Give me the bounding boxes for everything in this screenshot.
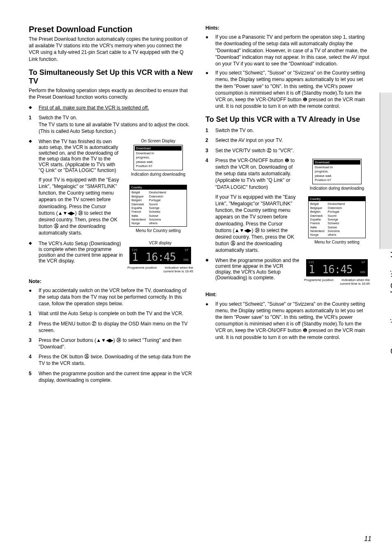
hint-2-text: If you select "Schweiz", "Suisse" or "Sv… bbox=[215, 70, 370, 109]
vcr-display-caption: VCR display bbox=[127, 241, 193, 245]
time-indication-label: Indication when the current time is 16:4… bbox=[160, 266, 193, 273]
r-step-4-block: Download Download in progress, please wa… bbox=[205, 157, 370, 254]
lcd-time: 16:45 bbox=[145, 252, 175, 262]
lcd-display: CVC SP 1 16:45 VHS bbox=[129, 247, 191, 264]
side-tab-bg bbox=[380, 93, 392, 249]
lcd-vhs: VHS bbox=[183, 258, 189, 262]
left-column: Preset Download Function The Preset Down… bbox=[29, 25, 193, 383]
country-title: Country bbox=[309, 197, 365, 201]
note-heading: Note: bbox=[29, 278, 193, 285]
hint-1: ●If you use a Panasonic TV and perform t… bbox=[205, 34, 370, 67]
r-osd-block: Download Download in progress, please wa… bbox=[304, 157, 370, 244]
bullet-icon: ● bbox=[205, 70, 215, 109]
precondition: ◆ First of all, make sure that the VCR i… bbox=[29, 104, 193, 111]
download-osd-box: Download Download in progress, please wa… bbox=[134, 145, 183, 171]
setup-instruction: Perform the following operation steps ex… bbox=[29, 87, 193, 100]
osd-caption-top: On Screen Display bbox=[123, 139, 193, 143]
lcd-sp: SP bbox=[362, 261, 365, 264]
step-1-line3: (This is called Auto Setup function.) bbox=[39, 128, 116, 134]
hint-single: ●If you select "Schweiz", "Suisse" or "S… bbox=[205, 301, 370, 341]
diamond-icon: ◆ bbox=[29, 104, 39, 111]
precondition-text: First of all, make sure that the VCR is … bbox=[39, 104, 149, 111]
country-caption: Menu for Country setting bbox=[123, 228, 193, 233]
bullet-icon: ● bbox=[205, 301, 215, 341]
bullet-icon: ● bbox=[205, 34, 215, 67]
two-column-layout: Preset Download Function The Preset Down… bbox=[29, 25, 371, 383]
country-right-list: Deutschland Österreich Portugal Suomi Sv… bbox=[326, 201, 347, 237]
note-step-3: 3Press the Cursor buttons (▲▼◀▶) ㉞ to se… bbox=[29, 337, 193, 350]
diamond-icon: ◆ bbox=[29, 139, 39, 173]
country-title: Country bbox=[130, 185, 187, 190]
step-1-line2: The TV starts to tune all available TV s… bbox=[39, 122, 189, 128]
download-osd-box: Download Download in progress, please wa… bbox=[312, 159, 362, 185]
vcr-display-block: VCR display CVC SP 1 16:45 VHS Pr bbox=[127, 241, 193, 273]
note-step-4: 4Press the OK button ㊱ twice. Downloadin… bbox=[29, 353, 193, 367]
lcd-sp: SP bbox=[185, 248, 189, 252]
lcd-position: 1 bbox=[132, 252, 138, 262]
lcd-position: 1 bbox=[309, 264, 315, 275]
osd-title: Download bbox=[135, 146, 182, 151]
hint-single-text: If you select "Schweiz", "Suisse" or "Sv… bbox=[215, 301, 370, 341]
country-menu-box: Country België Belgique Belgien Danmark … bbox=[308, 196, 366, 238]
lcd-time: 16:45 bbox=[322, 264, 352, 275]
programme-position-label: Programme position bbox=[127, 266, 157, 273]
r-country-caption: Menu for Country setting bbox=[304, 240, 370, 244]
diamond-icon: ◆ bbox=[29, 241, 39, 264]
page: Connecting and Setting Up Preset Downloa… bbox=[0, 0, 392, 555]
diamond-3-text: The VCR's Auto Setup (Downloading) is co… bbox=[39, 241, 123, 264]
r-step-2: 2Select the AV input on your TV. bbox=[205, 137, 370, 144]
note-bullet: ● If you accidentally switch on the VCR … bbox=[29, 287, 193, 307]
note-step-1: 1Wait until the Auto Setup is complete o… bbox=[29, 310, 193, 317]
diamond-2a-text: When the TV has finished its own auto se… bbox=[39, 139, 119, 173]
diamond-icon: ◆ bbox=[205, 258, 215, 281]
bullet-icon: ● bbox=[29, 287, 39, 307]
page-number: 11 bbox=[364, 535, 371, 543]
hint-2: ●If you select "Schweiz", "Suisse" or "S… bbox=[205, 70, 370, 109]
r-step-4-text: Press the VCR-ON/OFF button ❶ to switch … bbox=[215, 157, 300, 190]
r-step-3: 3Set the VCR/TV switch ㉜ to "VCR". bbox=[205, 147, 370, 154]
note-text: If you accidentally switch on the VCR be… bbox=[39, 287, 193, 307]
step-number: 1 bbox=[29, 114, 39, 135]
side-tab-text: Connecting and Setting Up bbox=[389, 247, 392, 355]
hints-heading: Hints: bbox=[205, 25, 370, 31]
hint-heading-single: Hint: bbox=[205, 291, 370, 298]
lcd-display: CVC SP 1 16:45 VHS bbox=[306, 259, 368, 276]
osd-body: Download in progress, please wait. Posit… bbox=[135, 151, 182, 170]
programme-position-label: Programme position bbox=[304, 278, 334, 286]
country-menu-box: Country België Belgique Belgien Danmark … bbox=[129, 185, 187, 226]
country-right-list: Deutschland Österreich Portugal Suomi Sv… bbox=[148, 190, 168, 226]
osd-figure-block: On Screen Display Download Download in p… bbox=[123, 139, 193, 233]
heading-preset-download: Preset Download Function bbox=[29, 25, 193, 34]
heading-tv-already-in-use: To Set Up this VCR with a TV Already in … bbox=[205, 115, 370, 124]
hint-1-text: If you use a Panasonic TV and perform th… bbox=[215, 34, 370, 67]
r-dl-caption: Indication during downloading bbox=[304, 186, 370, 190]
r-diamond-block: CVC SP 1 16:45 VHS Programme position In… bbox=[205, 258, 370, 286]
note-step-2: 2Press the MENU button ㊲ to display the … bbox=[29, 320, 193, 334]
note-step-5: 5When the programme position and the cur… bbox=[29, 370, 193, 383]
step-1-line1: Switch the TV on. bbox=[39, 115, 77, 121]
r-step-1: 1Switch the TV on. bbox=[205, 127, 370, 134]
step-1: 1 Switch the TV on. The TV starts to tun… bbox=[29, 114, 193, 135]
r-diamond-text: When the programme position and the curr… bbox=[215, 258, 300, 281]
heading-simultaneous-setup: To Simultaneously Set Up this VCR with a… bbox=[29, 68, 193, 86]
osd-caption-bottom: Indication during downloading bbox=[123, 172, 193, 176]
osd-body: Download in progress, please wait. Posit… bbox=[314, 165, 360, 183]
time-indication-label: Indication when the current time is 16:4… bbox=[337, 278, 370, 286]
right-column: Hints: ●If you use a Panasonic TV and pe… bbox=[205, 25, 370, 383]
country-left-list: België Belgique Belgien Danmark España F… bbox=[130, 190, 148, 226]
diamond-3-block: VCR display CVC SP 1 16:45 VHS Pr bbox=[29, 241, 193, 273]
osd-title: Download bbox=[314, 160, 360, 165]
country-left-list: België Belgique Belgien Danmark España F… bbox=[309, 201, 326, 237]
step-number: 4 bbox=[205, 157, 215, 190]
diamond-2-block: On Screen Display Download Download in p… bbox=[29, 139, 193, 237]
r-vcr-display-block: CVC SP 1 16:45 VHS Programme position In… bbox=[304, 258, 370, 286]
lcd-vhs: VHS bbox=[360, 271, 365, 274]
intro-paragraph: The Preset Download function automatical… bbox=[29, 36, 193, 63]
